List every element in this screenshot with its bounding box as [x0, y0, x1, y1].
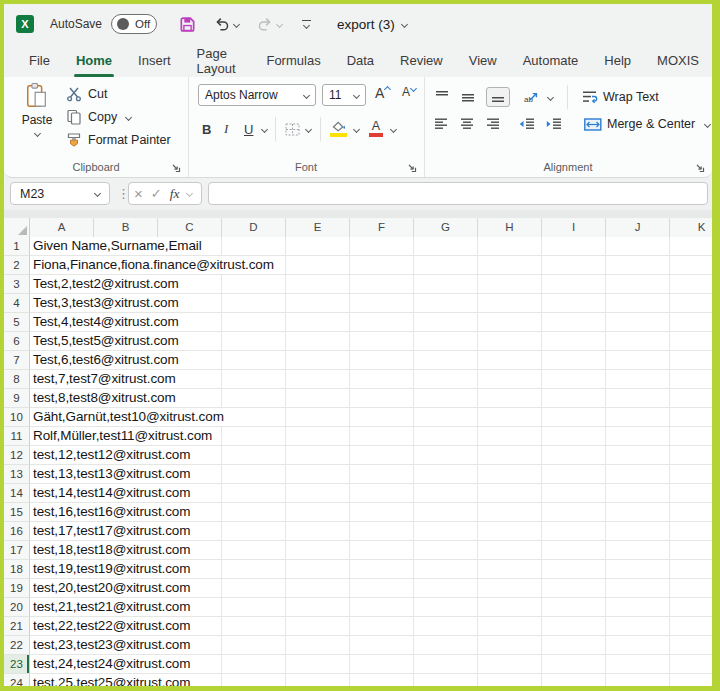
- cut-button[interactable]: Cut: [66, 86, 107, 102]
- tab-home[interactable]: Home: [63, 44, 125, 77]
- tab-page-layout[interactable]: Page Layout: [184, 44, 254, 77]
- row-cells-7[interactable]: Test,6,test6@xitrust.com: [30, 351, 712, 370]
- column-header-A[interactable]: A: [30, 218, 94, 237]
- shrink-font-button[interactable]: A: [402, 85, 416, 99]
- row-header-11[interactable]: 11: [4, 427, 30, 446]
- row-cells-24[interactable]: test,25,test25@xitrust.com: [30, 674, 712, 686]
- redo-button[interactable]: [257, 16, 282, 32]
- copy-dropdown-icon[interactable]: [125, 113, 132, 120]
- column-header-B[interactable]: B: [94, 218, 158, 237]
- tab-formulas[interactable]: Formulas: [253, 44, 333, 77]
- row-cells-20[interactable]: test,21,test21@xitrust.com: [30, 598, 712, 617]
- row-header-15[interactable]: 15: [4, 503, 30, 522]
- column-header-C[interactable]: C: [158, 218, 222, 237]
- row-cells-22[interactable]: test,23,test23@xitrust.com: [30, 636, 712, 655]
- row-cells-17[interactable]: test,18,test18@xitrust.com: [30, 541, 712, 560]
- align-top-button[interactable]: [434, 90, 450, 104]
- align-left-button[interactable]: [434, 117, 450, 131]
- row-cells-1[interactable]: Given Name,Surname,Email: [30, 237, 712, 256]
- row-cells-10[interactable]: Gäht,Garnüt,test10@xitrust.com: [30, 408, 712, 427]
- undo-button[interactable]: [214, 16, 239, 32]
- row-header-19[interactable]: 19: [4, 579, 30, 598]
- row-header-1[interactable]: 1: [4, 237, 30, 256]
- decrease-indent-button[interactable]: [518, 117, 535, 131]
- font-name-select[interactable]: Aptos Narrow: [198, 84, 316, 106]
- bold-button[interactable]: B: [202, 122, 224, 137]
- align-right-button[interactable]: [486, 117, 502, 131]
- row-header-22[interactable]: 22: [4, 636, 30, 655]
- row-cells-19[interactable]: test,20,test20@xitrust.com: [30, 579, 712, 598]
- undo-dropdown-icon[interactable]: [233, 20, 240, 27]
- orientation-button[interactable]: ab: [524, 91, 538, 103]
- row-cells-21[interactable]: test,22,test22@xitrust.com: [30, 617, 712, 636]
- row-header-3[interactable]: 3: [4, 275, 30, 294]
- paste-dropdown-icon[interactable]: [33, 130, 40, 137]
- tab-view[interactable]: View: [456, 44, 510, 77]
- row-header-7[interactable]: 7: [4, 351, 30, 370]
- column-header-J[interactable]: J: [606, 218, 670, 237]
- row-header-23[interactable]: 23: [4, 655, 30, 674]
- align-bottom-button-selected[interactable]: [486, 87, 510, 107]
- name-box[interactable]: M23: [10, 182, 110, 205]
- tab-file[interactable]: File: [16, 44, 63, 77]
- save-button[interactable]: [179, 16, 196, 33]
- row-header-4[interactable]: 4: [4, 294, 30, 313]
- format-painter-button[interactable]: Format Painter: [66, 132, 171, 148]
- document-title-button[interactable]: export (3): [311, 17, 407, 32]
- borders-dropdown-icon[interactable]: [305, 125, 312, 132]
- tab-data[interactable]: Data: [334, 44, 387, 77]
- wrap-text-button[interactable]: Wrap Text: [582, 90, 659, 104]
- increase-indent-button[interactable]: [545, 117, 562, 131]
- column-header-I[interactable]: I: [542, 218, 606, 237]
- row-header-14[interactable]: 14: [4, 484, 30, 503]
- row-cells-12[interactable]: test,12,test12@xitrust.com: [30, 446, 712, 465]
- select-all-corner[interactable]: [4, 218, 30, 237]
- font-size-select[interactable]: 11: [322, 84, 366, 106]
- fx-chevron-icon[interactable]: [186, 190, 193, 197]
- row-cells-18[interactable]: test,19,test19@xitrust.com: [30, 560, 712, 579]
- column-header-H[interactable]: H: [478, 218, 542, 237]
- row-cells-4[interactable]: Test,3,test3@xitrust.com: [30, 294, 712, 313]
- row-header-12[interactable]: 12: [4, 446, 30, 465]
- tab-review[interactable]: Review: [387, 44, 456, 77]
- row-cells-13[interactable]: test,13,test13@xitrust.com: [30, 465, 712, 484]
- paste-button[interactable]: Paste: [14, 82, 60, 136]
- tab-insert[interactable]: Insert: [125, 44, 184, 77]
- column-header-D[interactable]: D: [222, 218, 286, 237]
- row-header-21[interactable]: 21: [4, 617, 30, 636]
- row-header-16[interactable]: 16: [4, 522, 30, 541]
- clipboard-dialog-launcher-icon[interactable]: [171, 163, 181, 173]
- insert-function-button[interactable]: fx: [170, 186, 180, 202]
- row-header-17[interactable]: 17: [4, 541, 30, 560]
- row-cells-2[interactable]: Fiona,Finance,fiona.finance@xitrust.com: [30, 256, 712, 275]
- sheet-grid[interactable]: 1Given Name,Surname,Email2Fiona,Finance,…: [4, 237, 712, 686]
- orientation-dropdown-icon[interactable]: [547, 93, 554, 100]
- alignment-dialog-launcher-icon[interactable]: [695, 163, 705, 173]
- column-header-G[interactable]: G: [414, 218, 478, 237]
- italic-button[interactable]: I: [224, 121, 244, 137]
- row-cells-3[interactable]: Test,2,test2@xitrust.com: [30, 275, 712, 294]
- merge-center-dropdown-icon[interactable]: [704, 120, 711, 127]
- font-dialog-launcher-icon[interactable]: [407, 163, 417, 173]
- row-cells-23[interactable]: test,24,test24@xitrust.com: [30, 655, 712, 674]
- column-header-K[interactable]: K: [670, 218, 712, 237]
- row-header-10[interactable]: 10: [4, 408, 30, 427]
- underline-button[interactable]: U: [244, 122, 258, 137]
- align-center-button[interactable]: [460, 117, 476, 131]
- underline-dropdown-icon[interactable]: [261, 125, 268, 132]
- row-cells-15[interactable]: test,16,test16@xitrust.com: [30, 503, 712, 522]
- copy-button[interactable]: Copy: [66, 109, 131, 125]
- row-header-20[interactable]: 20: [4, 598, 30, 617]
- font-color-button[interactable]: A: [369, 121, 383, 137]
- row-header-2[interactable]: 2: [4, 256, 30, 275]
- row-header-8[interactable]: 8: [4, 370, 30, 389]
- fill-color-button[interactable]: [330, 121, 347, 137]
- column-header-E[interactable]: E: [286, 218, 350, 237]
- row-header-6[interactable]: 6: [4, 332, 30, 351]
- row-header-18[interactable]: 18: [4, 560, 30, 579]
- grow-font-button[interactable]: A: [375, 85, 390, 101]
- row-header-13[interactable]: 13: [4, 465, 30, 484]
- enter-button[interactable]: ✓: [151, 187, 162, 200]
- row-cells-6[interactable]: Test,5,test5@xitrust.com: [30, 332, 712, 351]
- row-header-24[interactable]: 24: [4, 674, 30, 686]
